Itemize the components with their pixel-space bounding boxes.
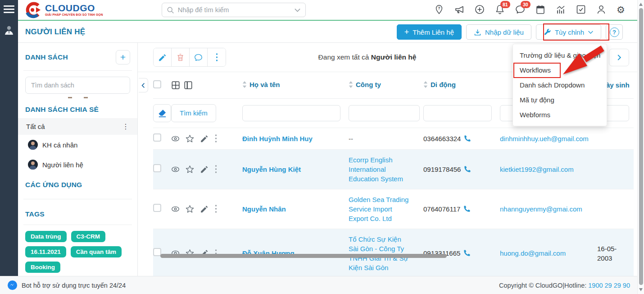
column-header-name[interactable]: Họ và tên	[242, 81, 280, 88]
import-data-button[interactable]: Nhập dữ liệu	[466, 24, 531, 40]
contact-name-link[interactable]: Đinh Huỳnh Minh Huy	[242, 135, 313, 142]
next-page-button[interactable]	[609, 49, 629, 66]
global-search[interactable]	[162, 3, 306, 17]
settings-gear-icon[interactable]: ⚙	[617, 5, 627, 15]
bulk-more-button[interactable]	[208, 48, 226, 66]
table-row[interactable]: Đỗ Xuân Hương Tổ Chức Sự Kiện Sài Gòn - …	[153, 229, 634, 278]
add-list-button[interactable]: +	[116, 50, 130, 64]
logo-tagline: GIẢI PHÁP CHUYỂN ĐỔI SỐ TINH GỌN	[45, 14, 103, 17]
scroll-up-arrow[interactable]	[639, 3, 643, 6]
menu-item-workflows[interactable]: Workflows	[513, 63, 607, 78]
view-icon[interactable]	[171, 165, 180, 174]
hotline-link[interactable]: 1900 29 29 90	[588, 282, 630, 289]
search-filters-button[interactable]: Tìm kiếm	[171, 104, 216, 122]
announcements-icon[interactable]	[454, 5, 465, 15]
help-button[interactable]: ?	[606, 24, 623, 40]
contact-name-link[interactable]: Nguyễn Hùng Kiệt	[242, 165, 301, 173]
cloudgo-logo[interactable]: CLOUDGO GIẢI PHÁP CHUYỂN ĐỔI SỐ TINH GỌN	[24, 1, 103, 18]
bulk-edit-button[interactable]	[154, 48, 172, 66]
email-link[interactable]: dinhminhhuy.ueh@gmail.com	[500, 135, 589, 142]
company-link[interactable]: Golden Sea Trading Service Import Export…	[349, 196, 408, 222]
menu-item-webforms[interactable]: Webforms	[513, 107, 607, 122]
add-contact-button[interactable]: + Thêm Liên hệ	[397, 24, 462, 40]
scroll-down-arrow[interactable]	[639, 288, 643, 291]
calendar-icon[interactable]	[535, 5, 546, 15]
footer: Bot hỗ trợ sử dụng trực tuyến 24/24 Copy…	[0, 276, 637, 294]
quick-add-icon[interactable]	[475, 5, 485, 15]
star-icon[interactable]	[186, 165, 194, 174]
tasks-icon[interactable]	[576, 5, 587, 15]
contact-name-link[interactable]: Nguyễn Nhân	[242, 205, 286, 213]
sidebar-item-all[interactable]: Tất cả ⋮	[18, 118, 137, 135]
filter-company-input[interactable]	[349, 105, 420, 121]
edit-icon[interactable]	[200, 165, 209, 174]
sort-icon	[242, 81, 247, 88]
menu-item-auto-code[interactable]: Mã tự động	[513, 92, 607, 107]
scrollbar-thumb[interactable]	[639, 8, 643, 285]
email-link[interactable]: kietkiet1992@gmail.com	[500, 165, 574, 173]
menu-item-dropdown-list[interactable]: Danh sách Dropdown	[513, 78, 607, 92]
edit-icon[interactable]	[200, 205, 209, 213]
table-row[interactable]: Nguyễn Hùng Kiệt Ecorrp English Internat…	[153, 149, 634, 189]
vertical-scrollbar[interactable]	[637, 0, 644, 294]
column-view-icon[interactable]	[184, 81, 193, 90]
select-all-checkbox[interactable]	[153, 80, 161, 88]
tag-pill[interactable]: 16.11.2021	[25, 246, 66, 257]
chevron-down-icon[interactable]	[294, 8, 301, 13]
list-search-input[interactable]	[25, 77, 130, 94]
filter-name-input[interactable]	[242, 105, 340, 121]
star-icon[interactable]	[186, 205, 194, 213]
sidebar-item-kh-ca-nhan[interactable]: KH cá nhân	[25, 135, 130, 155]
company-link[interactable]: Tổ Chức Sự Kiện Sài Gòn - Công Ty TNHH G…	[349, 235, 408, 271]
global-search-input[interactable]	[178, 6, 294, 14]
clear-filters-button[interactable]	[153, 104, 171, 122]
tag-pill[interactable]: Data trùng	[25, 231, 67, 242]
column-header-mobile[interactable]: Di động	[423, 81, 456, 88]
star-icon[interactable]	[186, 134, 194, 143]
email-link[interactable]: nhannguyenmy@gmai.com	[500, 205, 582, 213]
customize-button[interactable]: Tùy chỉnh	[536, 24, 601, 40]
tag-pill[interactable]: Booking	[25, 262, 60, 273]
email-link[interactable]: huong.do@gmail.com	[500, 249, 566, 257]
messages-icon[interactable]: 30	[515, 5, 526, 15]
notifications-icon[interactable]: 81	[495, 5, 506, 15]
drag-dots-icon[interactable]	[214, 134, 218, 143]
collapse-sidebar-button[interactable]	[139, 78, 148, 92]
sidebar-item-label: Người liên hệ	[42, 161, 83, 169]
phone-icon[interactable]	[463, 249, 471, 257]
horizontal-scrollbar[interactable]	[160, 254, 447, 258]
tag-pill[interactable]: C3-CRM	[71, 231, 106, 242]
grid-view-icon[interactable]	[171, 81, 180, 90]
view-icon[interactable]	[171, 134, 180, 143]
bulk-delete-button[interactable]	[172, 48, 190, 66]
drag-dots-icon[interactable]	[214, 204, 218, 213]
location-help-icon[interactable]	[434, 5, 445, 15]
kebab-menu-icon[interactable]: ⋮	[122, 123, 129, 130]
bulk-message-button[interactable]	[190, 48, 208, 66]
menu-item-fields[interactable]: Trường dữ liệu & giao diện	[513, 48, 607, 63]
row-checkbox[interactable]	[153, 204, 161, 212]
phone-icon[interactable]	[463, 205, 471, 213]
filter-mobile-input[interactable]	[423, 105, 492, 121]
profile-icon[interactable]	[596, 5, 607, 15]
plus-icon: +	[404, 28, 409, 36]
sidebar-item-nguoi-lien-he[interactable]: Người liên hệ	[25, 155, 130, 175]
analytics-icon[interactable]	[556, 5, 567, 15]
edit-icon[interactable]	[200, 134, 209, 143]
menu-icon[interactable]	[4, 5, 14, 13]
contacts-module-icon[interactable]	[4, 25, 14, 36]
drag-dots-icon[interactable]	[214, 165, 218, 174]
phone-icon[interactable]	[463, 135, 471, 142]
birthday-value	[597, 128, 634, 149]
mobile-number: 0764076117	[423, 204, 460, 214]
messenger-bot-icon[interactable]	[7, 280, 18, 290]
phone-icon[interactable]	[463, 165, 471, 173]
row-checkbox[interactable]	[153, 133, 161, 142]
column-header-company[interactable]: Công ty	[349, 81, 381, 88]
row-checkbox[interactable]	[153, 164, 161, 172]
company-link[interactable]: Ecorrp English International Education S…	[349, 156, 403, 183]
tag-pill[interactable]: Cần quan tâm	[71, 246, 122, 257]
view-icon[interactable]	[171, 205, 180, 213]
table-row[interactable]: Nguyễn Nhân Golden Sea Trading Service I…	[153, 189, 634, 229]
table-row[interactable]: Đinh Huỳnh Minh Huy -- 0364663324 dinhmi…	[153, 128, 634, 149]
